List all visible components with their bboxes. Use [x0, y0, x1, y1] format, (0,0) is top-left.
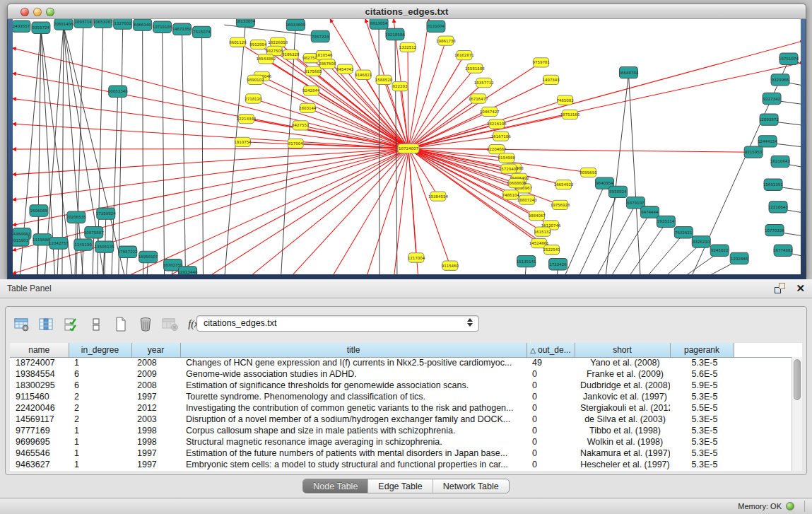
graph-edge[interactable]: [204, 148, 408, 274]
delete-table-button-disabled[interactable]: [161, 315, 180, 334]
table-row[interactable]: 969969511998Structural magnetic resonanc…: [10, 436, 802, 448]
table-panel-title: Table Panel: [0, 279, 812, 298]
graph-edge[interactable]: [119, 25, 123, 274]
graph-edge[interactable]: [408, 148, 438, 196]
column-header-short[interactable]: short: [575, 343, 670, 357]
tab-network-table[interactable]: Network Table: [433, 479, 509, 493]
graph-edge[interactable]: [143, 26, 143, 274]
graph-canvas[interactable]: 2493557935572420691406209371410653287132…: [13, 19, 801, 274]
table-scrollbar[interactable]: [792, 357, 802, 471]
table-scrollbar-thumb[interactable]: [794, 359, 801, 400]
graph-edge[interactable]: [408, 148, 497, 149]
graph-edge[interactable]: [281, 26, 295, 274]
column-header-name[interactable]: name: [10, 343, 69, 357]
cell-year: 2008: [131, 357, 180, 368]
cell-short: Franke et al. (2009): [575, 368, 670, 380]
memory-ok-indicator-icon[interactable]: [786, 502, 794, 510]
graph-edge[interactable]: [394, 148, 408, 274]
table-row[interactable]: 1872400712008Changes of HCN gene express…: [10, 357, 802, 368]
graph-edge[interactable]: [13, 148, 408, 200]
cell-in_degree: 1: [69, 448, 131, 459]
table-panel-titlebar[interactable]: Table Panel ✕: [0, 279, 812, 298]
tab-node-table[interactable]: Node Table: [303, 479, 368, 493]
graph-node-label: 15581588: [465, 66, 485, 71]
graph-edge[interactable]: [64, 25, 83, 274]
graph-node-label: 16654923: [554, 182, 574, 187]
graph-edge[interactable]: [202, 33, 204, 274]
table-row[interactable]: 1830029562008Estimation of significance …: [10, 380, 802, 391]
close-window-icon[interactable]: [20, 8, 29, 16]
table-row[interactable]: 1456911722003Disruption of a novel membe…: [10, 414, 802, 425]
select-rows-button[interactable]: [62, 315, 81, 334]
graph-edge[interactable]: [408, 148, 450, 266]
cell-short: Dudbridge et al. (2008): [575, 380, 670, 391]
column-header-title[interactable]: title: [180, 343, 526, 357]
graph-node-label: 16167106: [491, 134, 511, 139]
graph-edge[interactable]: [408, 148, 564, 185]
row-height-button[interactable]: [87, 315, 105, 334]
column-header-pagerank[interactable]: pagerank: [670, 343, 734, 357]
graph-node-label: 7857224: [312, 35, 329, 39]
minimize-window-icon[interactable]: [33, 8, 42, 16]
graph-node-label: 12213344: [236, 117, 256, 121]
cell-name: 22420046: [10, 402, 69, 414]
graph-edge[interactable]: [163, 28, 165, 274]
cell-short: Hescheler et al. (1997): [575, 459, 670, 470]
graph-edge[interactable]: [644, 234, 683, 274]
cell-pagerank: 5.3E-5: [670, 425, 734, 436]
graph-node-label: 16162871: [454, 53, 474, 57]
graph-edge[interactable]: [13, 148, 408, 149]
cell-year: 1998: [131, 436, 180, 448]
cell-out_degree: 49: [526, 357, 575, 368]
graph-edge[interactable]: [605, 74, 628, 274]
graph-edge[interactable]: [628, 74, 640, 274]
graph-edge[interactable]: [595, 204, 636, 274]
cell-out_degree: 0: [526, 380, 575, 391]
table-row[interactable]: 946554611997Estimation of the future num…: [10, 448, 802, 459]
graph-edge[interactable]: [408, 47, 408, 148]
column-header-in-degree[interactable]: in_degree: [69, 343, 131, 357]
graph-node-label: 15751074: [779, 57, 799, 61]
graph-edge[interactable]: [182, 30, 186, 274]
graph-edge[interactable]: [408, 19, 429, 148]
table-row[interactable]: 1938455462009Genome-wide association stu…: [10, 368, 802, 380]
table-row[interactable]: 946362711997Embryonic stem cells: a mode…: [10, 459, 802, 470]
cell-in_degree: 1: [69, 436, 131, 448]
zoom-window-icon[interactable]: [46, 8, 54, 16]
graph-node-label: 3915901: [13, 238, 29, 243]
graph-edge[interactable]: [93, 234, 94, 274]
graph-node-label: 8427552: [292, 123, 309, 127]
table-selector-dropdown[interactable]: citations_edges.txt: [196, 315, 479, 332]
table-row[interactable]: 2242004622012Investigating the contribut…: [10, 402, 802, 414]
graph-edge[interactable]: [13, 148, 408, 250]
new-file-button[interactable]: [112, 315, 130, 334]
tab-edge-table[interactable]: Edge Table: [368, 479, 433, 493]
graph-edge[interactable]: [365, 148, 408, 274]
graph-edge[interactable]: [608, 214, 649, 274]
column-header-out-degree[interactable]: △out_de...: [526, 343, 575, 357]
table-row[interactable]: 911546021997Tourette syndrome. Phenomeno…: [10, 391, 802, 402]
float-panel-icon[interactable]: [775, 283, 786, 294]
table-settings-button[interactable]: [13, 315, 31, 334]
graph-edge[interactable]: [62, 25, 64, 274]
table-row[interactable]: 977716911998Corpus callosum shape and si…: [10, 425, 802, 436]
graph-edge[interactable]: [408, 80, 551, 148]
graph-edge[interactable]: [563, 185, 605, 274]
column-header-year[interactable]: year: [131, 343, 180, 357]
table-tabs: Node Table Edge Table Network Table: [302, 479, 509, 493]
graph-edge[interactable]: [13, 148, 408, 175]
graph-edge[interactable]: [408, 62, 801, 148]
graph-edge[interactable]: [408, 62, 541, 148]
cell-year: 2009: [131, 368, 180, 380]
graph-edge[interactable]: [13, 98, 408, 148]
window-frame: 2493557935572420691406209371410653287132…: [7, 19, 806, 279]
cell-pagerank: 5.3E-5: [670, 357, 734, 368]
close-panel-icon[interactable]: ✕: [796, 283, 805, 294]
status-bar: Memory: OK: [0, 498, 812, 514]
column-header-filler: [734, 343, 802, 357]
graph-edge[interactable]: [255, 80, 408, 148]
table-columns-button[interactable]: [37, 315, 56, 334]
delete-button[interactable]: [136, 315, 155, 334]
graph-edge[interactable]: [626, 223, 666, 274]
window-titlebar[interactable]: citations_edges.txt: [7, 4, 806, 19]
